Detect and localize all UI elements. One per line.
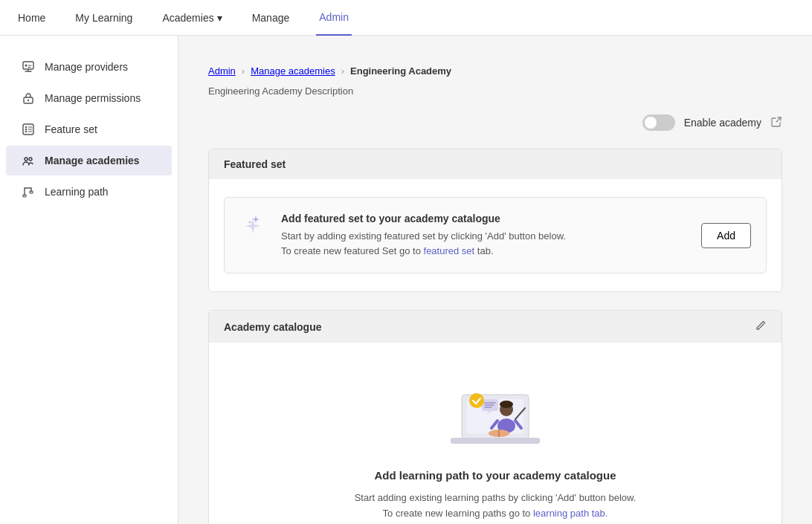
academy-catalogue-section: Academy catalogue (208, 310, 782, 524)
svg-point-7 (25, 131, 27, 132)
svg-point-6 (25, 129, 27, 130)
nav-my-learning[interactable]: My Learning (72, 0, 135, 36)
sidebar-label-feature-set: Feature set (45, 123, 97, 135)
featured-set-title: Featured set (224, 158, 286, 170)
provider-icon (21, 59, 36, 74)
catalogue-illustration (443, 372, 547, 454)
main-content: Admin › Manage academies › Engineering A… (178, 36, 812, 524)
featured-set-description: Add featured set to your academy catalog… (281, 213, 686, 258)
sidebar-item-learning-path[interactable]: Learning path (6, 177, 172, 207)
catalogue-desc1: Start adding existing learning paths by … (355, 492, 637, 503)
academy-catalogue-body: Add learning path to your academy catalo… (209, 343, 782, 524)
svg-point-30 (469, 393, 484, 408)
learning-path-icon (21, 184, 36, 199)
permissions-icon (21, 91, 36, 106)
sidebar-label-manage-academies: Manage academies (45, 155, 140, 166)
breadcrumb-current: Engineering Academy (350, 65, 451, 77)
nav-home[interactable]: Home (15, 0, 48, 36)
svg-rect-14 (451, 438, 540, 444)
svg-point-12 (249, 221, 251, 224)
catalogue-link[interactable]: learning path tab. (533, 508, 608, 519)
featured-set-desc1: Start by adding existing featured set by… (281, 230, 566, 242)
enable-academy-label: Enable academy (684, 117, 761, 129)
featured-set-desc2: To create new featured Set go to (281, 245, 421, 256)
svg-point-3 (28, 100, 29, 101)
featured-set-link-suffix: tab. (477, 245, 494, 256)
enable-row: Enable academy (208, 114, 782, 131)
sidebar-item-manage-academies[interactable]: Manage academies (6, 146, 172, 175)
sparkle-icon (239, 213, 266, 239)
catalogue-main-title: Add learning path to your academy catalo… (374, 469, 616, 482)
sidebar: Manage providers Manage permissions (0, 36, 178, 524)
breadcrumb-sep-1: › (242, 65, 245, 77)
featured-set-header: Featured set (209, 149, 782, 179)
enable-academy-toggle[interactable] (642, 114, 675, 131)
feature-set-icon (21, 122, 36, 137)
nav-academies[interactable]: Academies ▾ (159, 0, 225, 36)
academy-catalogue-title: Academy catalogue (224, 321, 322, 333)
toggle-knob (645, 117, 657, 129)
svg-point-5 (25, 126, 27, 128)
featured-set-card: Add featured set to your academy catalog… (224, 197, 767, 274)
sidebar-label-learning-path: Learning path (45, 186, 109, 198)
svg-point-9 (29, 158, 32, 161)
breadcrumb: Admin › Manage academies › Engineering A… (208, 65, 782, 77)
catalogue-description: Start adding existing learning paths by … (355, 491, 637, 522)
breadcrumb-manage-academies[interactable]: Manage academies (251, 65, 335, 77)
sidebar-label-manage-providers: Manage providers (45, 61, 128, 73)
page-subtitle: Engineering Academy Description (208, 85, 782, 97)
sidebar-item-manage-permissions[interactable]: Manage permissions (6, 83, 172, 113)
featured-set-section: Featured set Add featured set to your ac… (208, 149, 782, 292)
chevron-down-icon: ▾ (217, 12, 222, 24)
svg-point-17 (500, 401, 513, 408)
sidebar-item-manage-providers[interactable]: Manage providers (6, 52, 172, 82)
top-nav: Home My Learning Academies ▾ Manage Admi… (0, 0, 812, 36)
edit-icon[interactable] (755, 320, 767, 334)
nav-manage[interactable]: Manage (249, 0, 293, 36)
catalogue-desc2: To create new learning paths go to (383, 508, 531, 519)
sidebar-label-manage-permissions: Manage permissions (45, 92, 141, 104)
svg-point-1 (25, 65, 28, 67)
academies-icon (21, 153, 36, 168)
nav-admin[interactable]: Admin (316, 0, 352, 36)
breadcrumb-sep-2: › (341, 65, 344, 77)
sidebar-item-feature-set[interactable]: Feature set (6, 114, 172, 144)
featured-set-body: Add featured set to your academy catalog… (209, 179, 782, 291)
featured-set-link[interactable]: featured set (424, 245, 475, 256)
link-icon[interactable] (770, 116, 782, 130)
academy-catalogue-header: Academy catalogue (209, 311, 782, 343)
featured-set-card-title: Add featured set to your academy catalog… (281, 213, 686, 224)
breadcrumb-admin[interactable]: Admin (208, 65, 236, 77)
featured-set-add-button[interactable]: Add (701, 223, 751, 248)
main-layout: Manage providers Manage permissions (0, 36, 812, 524)
svg-point-8 (25, 158, 28, 161)
